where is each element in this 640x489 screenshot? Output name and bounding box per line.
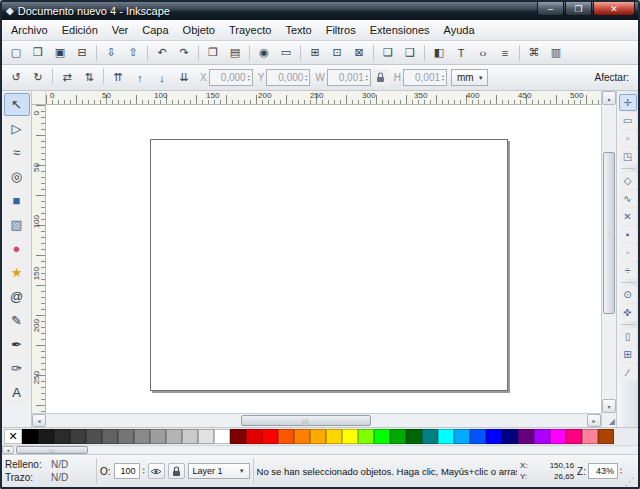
duplicate-icon[interactable]: ⊞ [305, 43, 325, 63]
zoom-page-icon[interactable]: ▭ [276, 43, 296, 63]
lower-icon[interactable]: ↓ [152, 68, 172, 88]
vertical-scroll-track[interactable]: ⋮ [602, 105, 616, 399]
palette-swatch[interactable] [598, 429, 614, 444]
clone-icon[interactable]: ⊡ [327, 43, 347, 63]
scroll-down-icon[interactable]: ▾ [602, 399, 616, 413]
snap-nodes-icon[interactable]: ◇ [619, 172, 637, 189]
spinner-arrows-icon[interactable]: ▴▾ [143, 467, 145, 475]
palette-swatch[interactable] [374, 429, 390, 444]
zoom-tool[interactable]: ◎ [4, 165, 30, 188]
palette-scroll-thumb[interactable]: ||| [16, 446, 88, 454]
palette-swatch[interactable] [502, 429, 518, 444]
palette-swatch[interactable] [310, 429, 326, 444]
menu-ver[interactable]: Ver [105, 21, 136, 39]
save-document-icon[interactable]: ▣ [50, 43, 70, 63]
opacity-input[interactable]: 100 [114, 463, 140, 479]
menu-trayecto[interactable]: Trayecto [222, 21, 278, 39]
ungroup-icon[interactable]: ❑ [400, 43, 420, 63]
export-icon[interactable]: ⇧ [123, 43, 143, 63]
palette-swatch[interactable] [454, 429, 470, 444]
palette-swatch[interactable] [358, 429, 374, 444]
snap-object-centers-icon[interactable]: ⊙ [619, 286, 637, 303]
snap-midpoints-icon[interactable]: ÷ [619, 262, 637, 279]
palette-none-swatch[interactable]: ✕ [4, 429, 22, 444]
maximize-button[interactable]: ❐ [565, 2, 592, 16]
layer-visibility-eye-icon[interactable] [148, 463, 165, 479]
snap-intersections-icon[interactable]: ✕ [619, 208, 637, 225]
pencil-tool[interactable]: ✎ [4, 309, 30, 332]
y-input[interactable]: 0,000▴▾ [266, 69, 310, 86]
palette-swatch[interactable] [54, 429, 70, 444]
text-tool[interactable]: A [4, 381, 30, 404]
palette-swatch[interactable] [182, 429, 198, 444]
palette-swatch[interactable] [102, 429, 118, 444]
fill-stroke-dialog-icon[interactable]: ◧ [429, 43, 449, 63]
x-input[interactable]: 0,000▴▾ [209, 69, 253, 86]
palette-swatch[interactable] [518, 429, 534, 444]
palette-swatch[interactable] [326, 429, 342, 444]
snap-enable-icon[interactable]: ✛ [619, 94, 637, 111]
canvas[interactable] [46, 105, 601, 413]
layer-lock-icon[interactable] [168, 463, 185, 479]
undo-icon[interactable]: ↶ [152, 43, 172, 63]
palette-swatch[interactable] [406, 429, 422, 444]
spiral-tool[interactable]: @ [4, 285, 30, 308]
raise-icon[interactable]: ↑ [130, 68, 150, 88]
palette-swatch[interactable] [166, 429, 182, 444]
left-ruler[interactable]: 050100150200250 [32, 105, 46, 413]
palette-swatch[interactable] [294, 429, 310, 444]
zoom-input[interactable]: 43% [588, 463, 618, 479]
spinner-arrows-icon[interactable]: ▴▾ [366, 74, 368, 82]
layer-dropdown[interactable]: Layer 1 ▼ [188, 463, 250, 479]
units-dropdown[interactable]: mm ▼ [451, 69, 488, 86]
group-icon[interactable]: ❏ [378, 43, 398, 63]
snap-page-border-icon[interactable]: ▯ [619, 328, 637, 345]
redo-icon[interactable]: ↷ [174, 43, 194, 63]
palette-swatch[interactable] [582, 429, 598, 444]
palette-swatch[interactable] [150, 429, 166, 444]
menu-edicion[interactable]: Edición [55, 21, 105, 39]
snap-guides-icon[interactable]: ∕ [619, 364, 637, 381]
palette-swatch[interactable] [70, 429, 86, 444]
snap-bbox-icon[interactable]: ▭ [619, 112, 637, 129]
close-button[interactable]: ✕ [593, 2, 635, 16]
spinner-arrows-icon[interactable]: ▴▾ [442, 74, 444, 82]
menu-extensiones[interactable]: Extensiones [363, 21, 437, 39]
palette-swatch[interactable] [262, 429, 278, 444]
spinner-arrows-icon[interactable]: ▴▾ [620, 467, 622, 475]
palette-swatch[interactable] [38, 429, 54, 444]
snap-paths-icon[interactable]: ∿ [619, 190, 637, 207]
menu-filtros[interactable]: Filtros [319, 21, 363, 39]
horizontal-scroll-thumb[interactable]: ||| [241, 415, 371, 426]
snap-smooth-nodes-icon[interactable]: ◦ [619, 244, 637, 261]
palette-scroll-track[interactable]: ||| [14, 446, 638, 454]
lower-to-bottom-icon[interactable]: ⇊ [174, 68, 194, 88]
rotate-cw-icon[interactable]: ↻ [28, 68, 48, 88]
palette-swatch[interactable] [118, 429, 134, 444]
open-document-icon[interactable]: ❒ [28, 43, 48, 63]
document-properties-icon[interactable]: ▥ [546, 43, 566, 63]
fill-stroke-indicator[interactable]: Relleno:N/D Trazo:N/D [5, 458, 93, 484]
copy-icon[interactable]: ❐ [203, 43, 223, 63]
palette-swatch[interactable] [134, 429, 150, 444]
text-dialog-icon[interactable]: T [451, 43, 471, 63]
horizontal-scroll-track[interactable]: ||| [46, 414, 587, 427]
menu-ayuda[interactable]: Ayuda [437, 21, 482, 39]
palette-swatch[interactable] [22, 429, 38, 444]
palette-swatch[interactable] [230, 429, 246, 444]
scroll-up-icon[interactable]: ▴ [602, 91, 616, 105]
menu-texto[interactable]: Texto [278, 21, 318, 39]
zoom-drawing-icon[interactable]: ◉ [254, 43, 274, 63]
xml-editor-icon[interactable]: ‹› [473, 43, 493, 63]
lock-ratio-icon[interactable] [373, 69, 389, 86]
palette-scroll-left-icon[interactable]: ◂ [2, 446, 14, 454]
scroll-left-icon[interactable]: ◂ [32, 414, 46, 427]
palette-swatch[interactable] [422, 429, 438, 444]
palette-swatch[interactable] [566, 429, 582, 444]
box3d-tool[interactable]: ▧ [4, 213, 30, 236]
palette-swatch[interactable] [214, 429, 230, 444]
document-page[interactable] [150, 139, 508, 391]
inkscape-preferences-icon[interactable]: ⌘ [524, 43, 544, 63]
paste-icon[interactable]: ▤ [225, 43, 245, 63]
vertical-scroll-thumb[interactable]: ⋮ [603, 152, 615, 314]
